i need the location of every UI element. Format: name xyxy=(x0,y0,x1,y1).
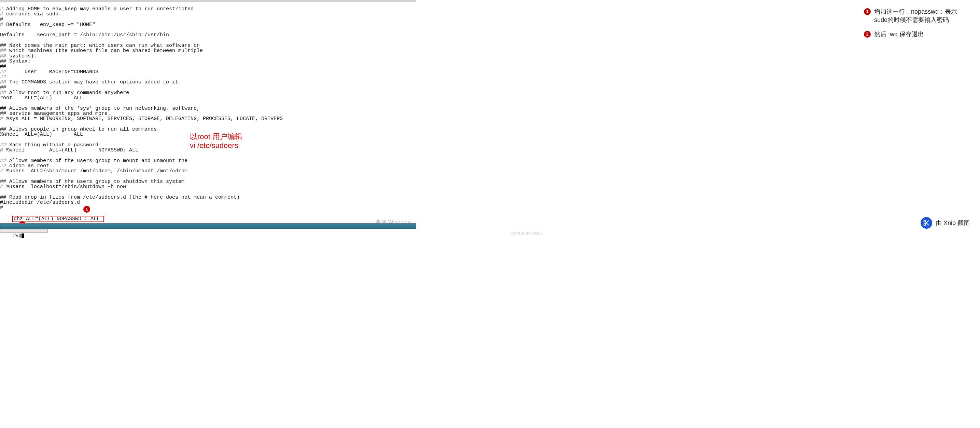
terminal-line: ## xyxy=(0,85,416,90)
terminal-line xyxy=(0,122,416,127)
added-sudoers-line: dhz ALL=(ALL) NOPASSWD : ALL xyxy=(12,216,104,222)
terminal-line: # xyxy=(0,17,416,22)
terminal-line: ## Allow root to run any commands anywhe… xyxy=(0,90,416,95)
terminal-line: ## which machines (the sudoers file can … xyxy=(0,48,416,53)
annotation-badge-1-inline: 1 xyxy=(83,206,90,212)
terminal-line: Defaults secure_path = /sbin:/bin:/usr/s… xyxy=(0,32,416,38)
xnip-watermark: 由 Xnip 截图 xyxy=(921,217,970,229)
terminal-line xyxy=(0,101,416,105)
terminal-line: ## Allows people in group wheel to run a… xyxy=(0,127,416,132)
terminal-line xyxy=(0,153,416,158)
terminal-line: # Adding HOME to env_keep may enable a u… xyxy=(0,6,416,12)
taskbar-item[interactable] xyxy=(0,229,48,233)
terminal-line: ## service management apps and more. xyxy=(0,111,416,116)
terminal-line: ## The COMMANDS section may have other o… xyxy=(0,80,416,85)
right-note-2: 2 然后 :wq 保存退出 xyxy=(864,30,970,38)
terminal-line: ## Allows members of the 'sys' group to … xyxy=(0,106,416,111)
csdn-watermark: CSDN @DR0020011 xyxy=(511,232,543,235)
hash-line: # xyxy=(0,205,3,211)
terminal-line: root ALL=(ALL) ALL xyxy=(0,95,416,101)
center-annotation: 以root 用户编辑 vi /etc/sudoers xyxy=(190,132,242,150)
terminal-line: #includedir /etc/sudoers.d xyxy=(0,200,416,205)
terminal-line: ## xyxy=(0,75,416,80)
terminal-line: ## Read drop-in files from /etc/sudoers.… xyxy=(0,195,416,200)
terminal-line: # %sys ALL = NETWORKING, SOFTWARE, SERVI… xyxy=(0,116,416,121)
terminal-line: # %users localhost=/sbin/shutdown -h now xyxy=(0,184,416,189)
terminal-line: ## user MACHINE=COMMANDS xyxy=(0,69,416,75)
terminal-line: ## systems). xyxy=(0,54,416,59)
right-notes-panel: 1 增加这一行，nopasswd：表示sudo的时候不需要输入密码 2 然后 :… xyxy=(864,8,970,45)
right-note-1: 1 增加这一行，nopasswd：表示sudo的时候不需要输入密码 xyxy=(864,8,970,24)
scissors-icon xyxy=(921,217,932,229)
terminal-line: # commands via sudo. xyxy=(0,12,416,17)
cursor xyxy=(22,233,24,238)
terminal-line xyxy=(0,27,416,32)
terminal-line: ## Allows members of the users group to … xyxy=(0,179,416,184)
xnip-label: 由 Xnip 截图 xyxy=(935,219,970,227)
right-note-2-text: 然后 :wq 保存退出 xyxy=(874,30,924,38)
center-annotation-line1: 以root 用户编辑 xyxy=(190,132,242,141)
right-badge-2: 2 xyxy=(864,31,871,38)
right-note-1-text: 增加这一行，nopasswd：表示sudo的时候不需要输入密码 xyxy=(874,8,970,24)
terminal-line: ## Next comes the main part: which users… xyxy=(0,43,416,48)
terminal-editor[interactable]: # Adding HOME to env_keep may enable a u… xyxy=(0,0,416,236)
terminal-line: # %users ALL=/sbin/mount /mnt/cdrom, /sb… xyxy=(0,169,416,174)
vi-command-wq[interactable]: :wq xyxy=(12,233,22,238)
terminal-line: ## cdrom as root xyxy=(0,163,416,169)
terminal-line: ## Syntax: xyxy=(0,59,416,64)
terminal-line xyxy=(0,189,416,195)
taskbar[interactable] xyxy=(0,223,416,229)
terminal-line xyxy=(0,38,416,43)
terminal-line: ## Allows members of the users group to … xyxy=(0,158,416,163)
center-annotation-line2: vi /etc/sudoers xyxy=(190,141,242,150)
terminal-line xyxy=(0,174,416,179)
terminal-line: # Defaults env_keep += "HOME" xyxy=(0,22,416,27)
right-badge-1: 1 xyxy=(864,8,871,15)
terminal-line: ## xyxy=(0,64,416,69)
